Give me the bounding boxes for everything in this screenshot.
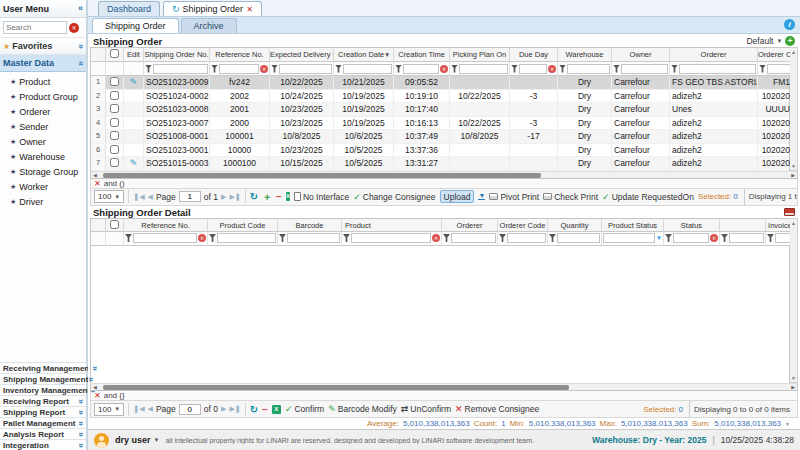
refresh-icon[interactable]: ↻: [250, 191, 258, 202]
row-checkbox[interactable]: [110, 145, 119, 154]
filter-orderer-code[interactable]: [767, 64, 791, 74]
filter-product-status[interactable]: [603, 233, 655, 243]
change-consignee-button[interactable]: ✓Change Consignee: [353, 192, 435, 202]
filter-icon[interactable]: [145, 65, 152, 73]
filter-barcode[interactable]: [287, 233, 340, 243]
excel-export-icon[interactable]: X: [286, 192, 290, 201]
col-product[interactable]: Product: [342, 219, 442, 232]
confirm-button[interactable]: ✓Confirm: [285, 404, 324, 414]
filter-status[interactable]: [673, 233, 709, 243]
col-product-code[interactable]: Product Code: [208, 219, 278, 232]
collapse-sidebar-icon[interactable]: «: [78, 4, 83, 13]
col-creation-time[interactable]: Creation Time: [394, 48, 450, 62]
prev-page-icon[interactable]: ◀: [148, 193, 153, 201]
filter-icon[interactable]: [613, 65, 620, 73]
filter-icon[interactable]: [671, 65, 678, 73]
sidebar-item-storage-group[interactable]: ★Storage Group: [10, 164, 86, 179]
close-tab-icon[interactable]: ✕: [246, 5, 253, 14]
filter-creation-time[interactable]: [403, 64, 439, 74]
filter-orderer-code[interactable]: [507, 233, 546, 243]
edit-icon[interactable]: [124, 144, 144, 157]
filter-reference-no[interactable]: [219, 64, 259, 74]
chevron-down-icon[interactable]: ▼: [656, 235, 662, 241]
first-page-icon[interactable]: ❚◀: [133, 193, 144, 201]
page-input[interactable]: [179, 191, 201, 202]
col-reference-no[interactable]: Reference No.: [210, 48, 270, 62]
next-page-icon[interactable]: ▶: [221, 405, 226, 413]
sidebar-section-analysis-report[interactable]: Analysis Report»: [0, 428, 86, 439]
row-checkbox[interactable]: [110, 118, 119, 127]
add-row-icon[interactable]: ＋: [262, 190, 272, 204]
filter-icon[interactable]: [211, 65, 218, 73]
sidebar-section-receiving-management[interactable]: Receiving Management»: [0, 362, 86, 373]
filter-icon[interactable]: [209, 234, 216, 242]
col-status[interactable]: Status: [664, 219, 720, 232]
sidebar-section-inventory-management[interactable]: Inventory Management»: [0, 384, 86, 395]
page-input[interactable]: [179, 404, 201, 415]
clear-filter-icon[interactable]: ✕: [198, 234, 206, 242]
grid2-horizontal-scrollbar[interactable]: ◀▶: [90, 383, 798, 391]
table-row[interactable]: 1 ✎ SO251023-0009 fv242 10/22/2025 10/21…: [91, 76, 789, 90]
sidebar-section-favorites[interactable]: ★ Favorites »: [0, 38, 86, 55]
filter-creation-date[interactable]: [343, 64, 392, 74]
refresh-icon[interactable]: ↻: [250, 404, 258, 415]
filter-icon[interactable]: [451, 65, 458, 73]
clear-filter-icon[interactable]: ✕: [440, 65, 448, 73]
filter-shipping-order-no[interactable]: [153, 64, 208, 74]
col-assign-qty[interactable]: [720, 219, 766, 232]
filter-icon[interactable]: [549, 234, 556, 242]
col-shipping-order-no[interactable]: Shipping Order No.: [144, 48, 210, 62]
grid1-vertical-scrollbar[interactable]: ▲▼: [790, 47, 798, 171]
last-page-icon[interactable]: ▶❚: [229, 193, 240, 201]
filter-icon[interactable]: [767, 234, 774, 242]
clear-search-icon[interactable]: ✕: [69, 23, 79, 33]
col-owner[interactable]: Owner: [612, 48, 670, 62]
filter-picking-plan-on[interactable]: [459, 64, 508, 74]
clear-filter-icon[interactable]: ✕: [432, 234, 440, 242]
sidebar-item-product[interactable]: ★Product: [10, 74, 86, 89]
col-due-day[interactable]: Due Day: [510, 48, 558, 62]
clear-filter-icon[interactable]: ✕: [260, 65, 268, 73]
grid1-horizontal-scrollbar[interactable]: ◀▶: [90, 171, 798, 179]
col-orderer[interactable]: Orderer: [442, 219, 498, 232]
save-view-icon[interactable]: +: [785, 36, 795, 46]
sidebar-section-pallet-management[interactable]: Pallet Management»: [0, 417, 86, 428]
col-quantity[interactable]: Quantity: [548, 219, 602, 232]
fullscreen-icon[interactable]: [784, 208, 795, 216]
delete-row-icon[interactable]: −: [262, 404, 268, 415]
no-interface-button[interactable]: No Interface: [294, 192, 349, 202]
filter-orderer[interactable]: [451, 233, 496, 243]
page-size-select[interactable]: 100▼: [94, 190, 124, 203]
update-requestedon-button[interactable]: ✓Update RequestedOn: [602, 192, 694, 202]
filter-quantity[interactable]: [557, 233, 600, 243]
barcode-modify-button[interactable]: ✎Barcode Modify: [328, 404, 397, 414]
filter-icon[interactable]: [343, 234, 350, 242]
edit-icon[interactable]: ✎: [124, 76, 144, 89]
tab-dashboard[interactable]: Dashboard: [98, 1, 160, 16]
delete-row-icon[interactable]: −: [276, 191, 282, 202]
filter-icon[interactable]: [665, 234, 672, 242]
check-print-button[interactable]: Check Print: [543, 192, 598, 202]
next-page-icon[interactable]: ▶: [221, 193, 226, 201]
col-expected-delivery-date[interactable]: Expected Delivery Date: [270, 48, 334, 62]
col-warehouse[interactable]: Warehouse: [558, 48, 612, 62]
filter-icon[interactable]: [279, 234, 286, 242]
edit-icon[interactable]: [124, 130, 144, 143]
filter-product[interactable]: [351, 233, 431, 243]
filter-icon[interactable]: [443, 234, 450, 242]
excel-export-icon[interactable]: X: [272, 405, 281, 414]
table-row[interactable]: 6 SO251023-0001 10000 10/23/2025 10/5/20…: [91, 144, 789, 158]
sidebar-section-integration[interactable]: Integeration»: [0, 439, 86, 450]
sidebar-section-master-data[interactable]: Master Data «: [0, 55, 86, 72]
grid2-vertical-scrollbar[interactable]: ▲▼: [790, 218, 798, 384]
filter-icon[interactable]: [499, 234, 506, 242]
sidebar-section-shipping-management[interactable]: Shipping Management»: [0, 373, 86, 384]
col-edit[interactable]: Edit: [124, 48, 144, 62]
col-reference-no[interactable]: Reference No.: [124, 219, 208, 232]
col-product-status[interactable]: Product Status: [602, 219, 664, 232]
filter-icon[interactable]: [335, 65, 342, 73]
first-page-icon[interactable]: ❚◀: [133, 405, 144, 413]
col-creation-date[interactable]: Creation Date: [334, 48, 394, 62]
subtab-archive[interactable]: Archive: [181, 18, 237, 33]
col-orderer-code[interactable]: Orderer Code: [758, 48, 793, 62]
